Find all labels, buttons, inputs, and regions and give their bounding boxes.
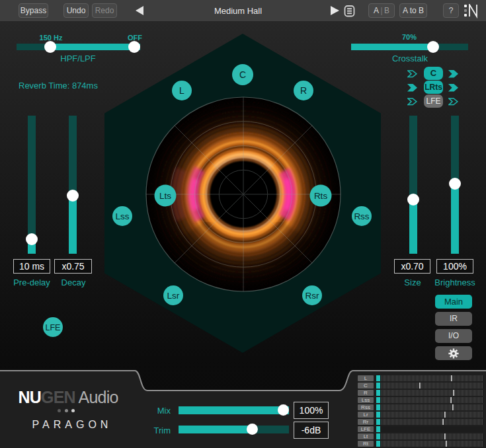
svg-text:Lts: Lts (159, 191, 171, 201)
svg-text:Rss: Rss (354, 211, 369, 221)
svg-text:R: R (300, 85, 307, 96)
svg-text:Lsr: Lsr (167, 291, 180, 301)
svg-text:L: L (179, 85, 184, 96)
svg-text:Rts: Rts (314, 191, 328, 201)
svg-text:Lss: Lss (115, 211, 129, 221)
svg-text:LFE: LFE (46, 323, 61, 332)
svg-text:C: C (239, 69, 246, 80)
svg-text:Rsr: Rsr (305, 291, 319, 301)
